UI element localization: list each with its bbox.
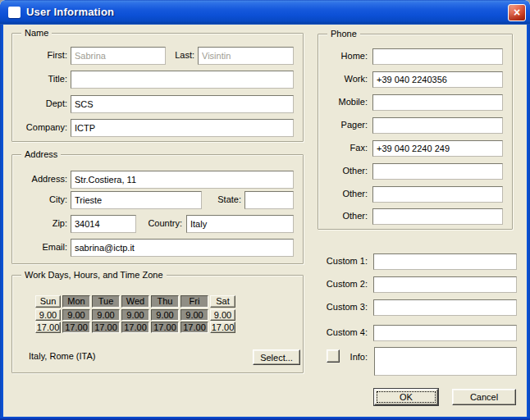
start-time-sat-button[interactable]: 9.00 bbox=[210, 309, 235, 321]
work-phone-input[interactable] bbox=[372, 71, 503, 88]
window-border-left bbox=[0, 25, 3, 420]
fax-phone-label: Fax: bbox=[322, 143, 368, 153]
workday-sat-button[interactable]: Sat bbox=[210, 295, 235, 308]
custom3-label: Custom 3: bbox=[318, 302, 368, 312]
work-phone-label: Work: bbox=[322, 74, 368, 84]
timezone-label: Italy, Rome (ITA) bbox=[29, 351, 96, 361]
pager-phone-input[interactable] bbox=[372, 117, 503, 134]
custom1-label: Custom 1: bbox=[318, 256, 368, 266]
workday-fri-button[interactable]: Fri bbox=[180, 295, 208, 308]
mobile-phone-input[interactable] bbox=[372, 94, 503, 111]
custom2-input[interactable] bbox=[373, 276, 517, 293]
address-input[interactable] bbox=[71, 171, 294, 189]
workdays-section-legend: Work Days, Hours, and Time Zone bbox=[21, 270, 167, 280]
custom1-input[interactable] bbox=[373, 253, 517, 270]
close-button[interactable]: × bbox=[508, 4, 526, 21]
last-name-input[interactable] bbox=[198, 47, 294, 65]
first-name-label: First: bbox=[11, 50, 67, 60]
workday-tue-button[interactable]: Tue bbox=[92, 295, 120, 308]
title-label: Title: bbox=[11, 74, 67, 84]
start-time-sun-button[interactable]: 9.00 bbox=[35, 309, 61, 321]
info-label: Info: bbox=[322, 352, 368, 362]
end-time-thu-button[interactable]: 17.00 bbox=[151, 322, 179, 333]
country-input[interactable] bbox=[186, 215, 294, 233]
phone-section-legend: Phone bbox=[327, 29, 360, 39]
zip-label: Zip: bbox=[11, 218, 67, 228]
custom4-input[interactable] bbox=[373, 325, 517, 341]
other2-phone-input[interactable] bbox=[372, 186, 503, 203]
title-input[interactable] bbox=[71, 71, 294, 89]
start-time-thu-button[interactable]: 9.00 bbox=[151, 309, 179, 321]
dept-label: Dept: bbox=[11, 98, 67, 108]
other1-phone-label: Other: bbox=[322, 166, 368, 176]
start-time-tue-button[interactable]: 9.00 bbox=[92, 309, 120, 321]
workday-end-row: 17.00 17.00 17.00 17.00 17.00 17.00 17.0… bbox=[35, 322, 235, 333]
end-time-tue-button[interactable]: 17.00 bbox=[92, 322, 120, 333]
workday-mon-button[interactable]: Mon bbox=[62, 295, 90, 308]
first-name-input[interactable] bbox=[71, 47, 166, 65]
company-input[interactable] bbox=[71, 119, 294, 137]
pager-phone-label: Pager: bbox=[322, 120, 368, 130]
address-section-legend: Address bbox=[21, 149, 61, 159]
ok-button[interactable]: OK bbox=[374, 389, 438, 405]
address-label: Address: bbox=[11, 174, 67, 184]
window-border-bottom bbox=[0, 417, 530, 420]
email-label: Email: bbox=[11, 242, 67, 252]
end-time-fri-button[interactable]: 17.00 bbox=[180, 322, 208, 333]
end-time-wed-button[interactable]: 17.00 bbox=[121, 322, 149, 333]
city-input[interactable] bbox=[71, 191, 202, 209]
info-textarea[interactable] bbox=[374, 347, 517, 376]
city-label: City: bbox=[11, 194, 67, 204]
other3-phone-input[interactable] bbox=[372, 208, 503, 225]
state-label: State: bbox=[205, 194, 241, 204]
start-time-fri-button[interactable]: 9.00 bbox=[180, 309, 208, 321]
end-time-sat-button[interactable]: 17.00 bbox=[210, 322, 235, 333]
last-name-label: Last: bbox=[167, 50, 194, 60]
workday-day-row: Sun Mon Tue Wed Thu Fri Sat bbox=[35, 295, 235, 308]
mobile-phone-label: Mobile: bbox=[322, 97, 368, 107]
company-label: Company: bbox=[11, 122, 67, 132]
app-icon bbox=[8, 7, 21, 18]
start-time-wed-button[interactable]: 9.00 bbox=[121, 309, 149, 321]
country-label: Country: bbox=[136, 218, 182, 228]
dept-input[interactable] bbox=[71, 95, 294, 113]
custom2-label: Custom 2: bbox=[318, 279, 368, 289]
email-input[interactable] bbox=[71, 239, 294, 257]
select-timezone-button[interactable]: Select... bbox=[253, 349, 300, 365]
other1-phone-input[interactable] bbox=[372, 163, 503, 180]
other3-phone-label: Other: bbox=[322, 211, 368, 221]
name-section-legend: Name bbox=[21, 28, 52, 38]
home-phone-label: Home: bbox=[322, 51, 368, 61]
other2-phone-label: Other: bbox=[322, 189, 368, 199]
window-title: User Information bbox=[26, 6, 114, 18]
titlebar[interactable]: User Information × bbox=[0, 0, 530, 25]
workday-start-row: 9.00 9.00 9.00 9.00 9.00 9.00 9.00 bbox=[35, 309, 235, 321]
end-time-mon-button[interactable]: 17.00 bbox=[62, 322, 90, 333]
window-border-right bbox=[527, 25, 530, 420]
dialog-window: User Information × Name First: Last: Tit… bbox=[0, 0, 530, 420]
zip-input[interactable] bbox=[71, 215, 136, 233]
workday-thu-button[interactable]: Thu bbox=[151, 295, 179, 308]
end-time-sun-button[interactable]: 17.00 bbox=[35, 322, 61, 333]
cancel-button[interactable]: Cancel bbox=[452, 389, 516, 405]
fax-phone-input[interactable] bbox=[372, 140, 503, 157]
custom4-label: Custom 4: bbox=[318, 327, 368, 337]
workday-wed-button[interactable]: Wed bbox=[121, 295, 149, 308]
home-phone-input[interactable] bbox=[372, 48, 503, 65]
start-time-mon-button[interactable]: 9.00 bbox=[62, 309, 90, 321]
workday-sun-button[interactable]: Sun bbox=[35, 295, 61, 308]
state-input[interactable] bbox=[244, 191, 294, 209]
custom3-input[interactable] bbox=[373, 299, 517, 316]
